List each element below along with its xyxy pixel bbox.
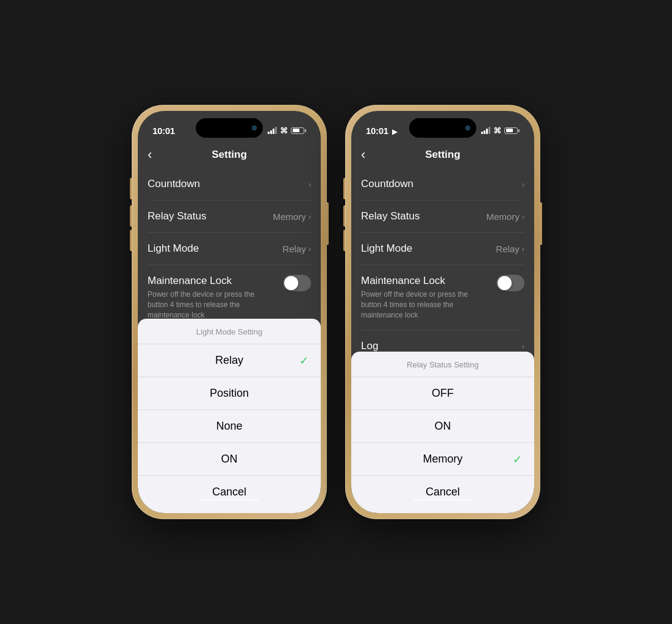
option-on-text-right: ON bbox=[435, 420, 451, 433]
sheet-option-none[interactable]: None bbox=[138, 410, 321, 443]
sheet-option-memory[interactable]: Memory ✓ bbox=[351, 443, 534, 476]
location-arrow-icon: ▶ bbox=[392, 128, 397, 135]
option-none-text: None bbox=[216, 420, 242, 433]
wifi-icon-left: ⌘ bbox=[280, 126, 288, 135]
nav-bar-right: ‹ Setting bbox=[351, 141, 534, 168]
wifi-icon-right: ⌘ bbox=[493, 126, 501, 135]
relay-status-row-left[interactable]: Relay Status Memory › bbox=[148, 200, 311, 233]
relay-status-label-left: Relay Status bbox=[148, 210, 206, 222]
nav-title-right: Setting bbox=[425, 149, 460, 161]
option-on-text-left: ON bbox=[221, 453, 238, 466]
status-time-left: 10:01 bbox=[152, 126, 175, 136]
signal-icon-left bbox=[268, 127, 277, 134]
countdown-row-left[interactable]: Countdown › bbox=[148, 168, 311, 200]
cancel-text-left: Cancel bbox=[212, 486, 246, 498]
status-time-right: 10:01 ▶ bbox=[366, 126, 396, 136]
maintenance-toggle-left[interactable] bbox=[283, 275, 311, 291]
countdown-value-right: › bbox=[522, 180, 524, 189]
sheet-title-right: Relay Status Setting bbox=[351, 352, 534, 377]
signal-icon-right bbox=[481, 127, 490, 134]
relay-status-row-right[interactable]: Relay Status Memory › bbox=[361, 200, 524, 233]
sheet-cancel-left[interactable]: Cancel bbox=[138, 476, 321, 508]
option-relay-text: Relay bbox=[215, 354, 243, 367]
chevron-icon: › bbox=[309, 180, 311, 189]
option-position-text: Position bbox=[210, 387, 249, 400]
sheet-option-off[interactable]: OFF bbox=[351, 377, 534, 410]
toggle-thumb-right bbox=[498, 276, 512, 290]
nav-bar-left: ‹ Setting bbox=[138, 141, 321, 168]
relay-chevron-right: › bbox=[522, 212, 524, 221]
option-memory-check: ✓ bbox=[513, 453, 522, 466]
log-value-right: › bbox=[522, 342, 524, 351]
maintenance-label-right: Maintenance Lock bbox=[361, 275, 489, 287]
phone-frame-right: 10:01 ▶ ⌘ bbox=[345, 105, 540, 519]
maintenance-toggle-right[interactable] bbox=[496, 275, 524, 291]
light-mode-row-left[interactable]: Light Mode Relay › bbox=[148, 233, 311, 265]
light-mode-sheet: Light Mode Setting Relay ✓ Position None… bbox=[138, 319, 321, 513]
dynamic-island-left bbox=[196, 118, 263, 138]
sheet-option-on-right[interactable]: ON bbox=[351, 410, 534, 443]
maintenance-info-left: Maintenance Lock Power off the device or… bbox=[148, 275, 276, 320]
status-icons-left: ⌘ bbox=[268, 126, 306, 135]
countdown-value-left: › bbox=[309, 180, 311, 189]
home-indicator-left bbox=[199, 498, 260, 501]
back-button-right[interactable]: ‹ bbox=[361, 147, 365, 163]
option-relay-check: ✓ bbox=[299, 354, 309, 367]
phone-screen-right: 10:01 ▶ ⌘ bbox=[351, 111, 534, 513]
relay-chevron-left: › bbox=[309, 212, 311, 221]
status-icons-right: ⌘ bbox=[481, 126, 520, 135]
phone-right: 10:01 ▶ ⌘ bbox=[345, 105, 540, 519]
countdown-label-left: Countdown bbox=[148, 178, 200, 190]
light-mode-label-right: Light Mode bbox=[361, 243, 412, 255]
relay-status-label-right: Relay Status bbox=[361, 210, 420, 222]
phone-screen-left: 10:01 ⌘ bbox=[138, 111, 321, 513]
nav-title-left: Setting bbox=[212, 149, 247, 161]
relay-status-value-left: Memory › bbox=[273, 211, 311, 222]
phone-left: 10:01 ⌘ bbox=[132, 105, 327, 519]
maintenance-row-right: Maintenance Lock Power off the device or… bbox=[361, 265, 524, 330]
countdown-label-right: Countdown bbox=[361, 178, 413, 190]
toggle-thumb-left bbox=[284, 276, 298, 290]
option-off-text: OFF bbox=[432, 387, 454, 400]
log-label-right: Log bbox=[361, 340, 378, 352]
light-mode-value-right: Relay › bbox=[496, 244, 524, 254]
sheet-cancel-right[interactable]: Cancel bbox=[351, 476, 534, 508]
maintenance-desc-left: Power off the device or press the button… bbox=[148, 289, 276, 320]
sheet-option-relay[interactable]: Relay ✓ bbox=[138, 344, 321, 377]
log-chevron-right: › bbox=[522, 342, 524, 351]
countdown-row-right[interactable]: Countdown › bbox=[361, 168, 524, 200]
sheet-option-position[interactable]: Position bbox=[138, 377, 321, 410]
home-indicator-right bbox=[412, 498, 473, 501]
maintenance-label-left: Maintenance Lock bbox=[148, 275, 276, 287]
relay-status-value-right: Memory › bbox=[486, 211, 524, 222]
light-mode-value-left: Relay › bbox=[282, 244, 311, 254]
light-mode-label-left: Light Mode bbox=[148, 243, 199, 255]
sheet-option-on-left[interactable]: ON bbox=[138, 443, 321, 476]
light-chevron-left: › bbox=[309, 244, 311, 254]
light-chevron-right: › bbox=[522, 244, 524, 254]
option-memory-text: Memory bbox=[423, 453, 462, 466]
relay-status-sheet: Relay Status Setting OFF ON Memory ✓ Can… bbox=[351, 352, 534, 513]
maintenance-info-right: Maintenance Lock Power off the device or… bbox=[361, 275, 489, 320]
chevron-icon-right: › bbox=[522, 180, 524, 189]
dynamic-island-right bbox=[409, 118, 476, 138]
battery-icon-left bbox=[291, 127, 306, 134]
island-dot-left bbox=[252, 126, 257, 130]
light-mode-row-right[interactable]: Light Mode Relay › bbox=[361, 233, 524, 265]
phone-frame-left: 10:01 ⌘ bbox=[132, 105, 327, 519]
maintenance-desc-right: Power off the device or press the button… bbox=[361, 289, 489, 320]
island-dot-right bbox=[465, 126, 470, 130]
back-button-left[interactable]: ‹ bbox=[148, 147, 152, 163]
cancel-text-right: Cancel bbox=[426, 486, 460, 498]
sheet-title-left: Light Mode Setting bbox=[138, 319, 321, 344]
battery-icon-right bbox=[504, 127, 520, 134]
